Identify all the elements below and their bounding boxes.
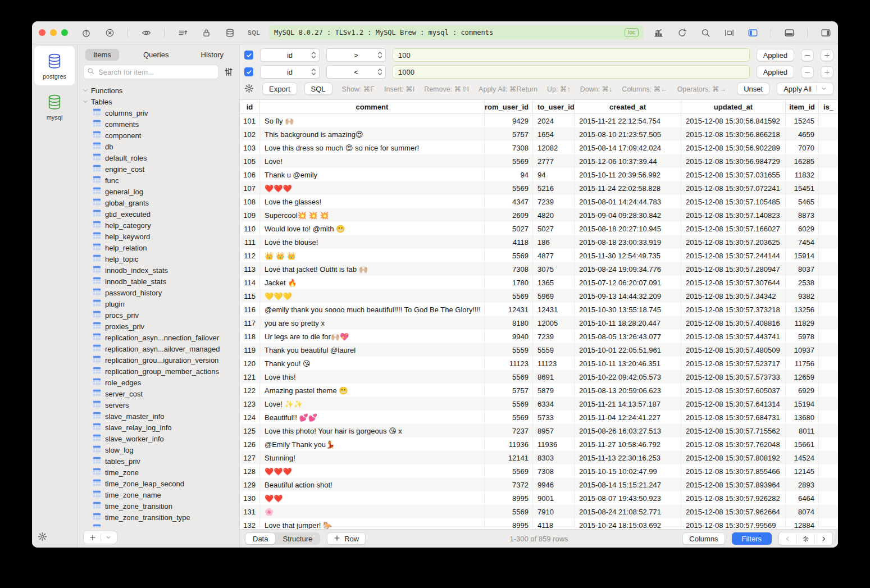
cell-is_[interactable] [819,141,838,154]
sidebar-table-plugin[interactable]: plugin [78,298,239,309]
cell-created_at[interactable]: 2015-11-21 14:13:57.187 [575,397,681,411]
panel-bottom-icon[interactable] [784,27,795,38]
panel-right-icon[interactable] [820,27,831,38]
cell-is_[interactable] [819,464,838,478]
table-row[interactable]: 102This background is amazing😍5757165420… [240,127,838,141]
close-window-button[interactable] [39,29,45,36]
cell-to_user_id[interactable]: 4877 [533,249,575,262]
cell-comment[interactable]: Thank you! 😘 [260,357,485,370]
cell-to_user_id[interactable]: 12431 [533,303,575,316]
export-button[interactable]: Export [262,83,297,95]
cell-from_user_id[interactable]: 11936 [485,437,533,451]
cell-updated_at[interactable]: 2015-12-08 15:30:57.605037 [681,384,786,397]
cell-from_user_id[interactable]: 7237 [485,424,533,437]
columns-button[interactable]: Columns [682,532,725,545]
cell-comment[interactable]: Beautiful!! 💕💕 [260,411,485,424]
cell-item_id[interactable]: 13256 [786,303,819,316]
cell-to_user_id[interactable]: 8303 [533,451,575,464]
cell-comment[interactable]: 🌸 [260,505,485,518]
table-row[interactable]: 126@Emily Thank you💃11936119362015-11-27… [240,437,838,451]
filter-value-input[interactable] [393,48,750,62]
panel-left-icon[interactable] [747,27,758,38]
add-row-button[interactable]: Row [327,532,366,545]
cell-created_at[interactable]: 2015-11-21 22:12:54.754 [575,114,681,127]
cell-from_user_id[interactable]: 7372 [485,478,533,491]
sidebar-tab-history[interactable]: History [193,49,231,61]
cell-comment[interactable]: Love the blouse! [260,235,485,249]
table-row[interactable]: 120Thank you! 😘11123111232015-10-11 13:2… [240,357,838,370]
cell-comment[interactable]: So fly 🙌🏼 [260,114,485,127]
sidebar-table-help_category[interactable]: help_category [78,220,239,231]
cell-to_user_id[interactable]: 5027 [533,222,575,235]
table-row[interactable]: 121Love this!556986912015-10-22 09:42:05… [240,370,838,384]
cell-from_user_id[interactable]: 5569 [485,411,533,424]
frame-icon[interactable] [723,27,735,38]
cell-to_user_id[interactable]: 5733 [533,411,575,424]
database-icon[interactable] [224,27,235,38]
sidebar-table-procs_priv[interactable]: procs_priv [78,309,239,321]
cell-item_id[interactable]: 7454 [786,235,819,249]
cell-comment[interactable]: Love this dress so much 😍 so nice for su… [260,141,485,154]
cell-is_[interactable] [819,222,838,235]
cell-created_at[interactable]: 2015-09-13 14:44:32.209 [575,289,681,303]
cell-item_id[interactable]: 8873 [786,208,819,222]
cell-from_user_id[interactable]: 4118 [485,235,533,249]
cell-id[interactable]: 109 [240,208,260,222]
sidebar-table-time_zone[interactable]: time_zone [78,467,239,478]
cell-created_at[interactable]: 2015-11-13 22:30:16.253 [575,451,681,464]
sidebar-table-servers[interactable]: servers [78,399,239,411]
sidebar-table-password_history[interactable]: password_history [78,287,239,298]
cell-id[interactable]: 111 [240,235,260,249]
cell-from_user_id[interactable]: 5569 [485,464,533,478]
chevron-left-icon[interactable] [779,532,796,545]
filter-value-input[interactable] [393,65,750,79]
cell-comment[interactable]: Love that jumper! 🐎 [260,518,485,529]
cell-to_user_id[interactable]: 2777 [533,154,575,168]
cell-updated_at[interactable]: 2015-12-08 15:30:57.926282 [681,491,786,505]
cell-to_user_id[interactable]: 1365 [533,276,575,289]
cell-item_id[interactable]: 4659 [786,127,819,141]
sidebar-table-replication_asyn...nnection_failover[interactable]: replication_asyn...nnection_failover [78,332,239,343]
cell-to_user_id[interactable]: 8957 [533,424,575,437]
filter-column-select[interactable]: id [260,65,320,79]
cell-item_id[interactable]: 2538 [786,276,819,289]
cell-item_id[interactable]: 13680 [786,411,819,424]
cell-created_at[interactable]: 2015-11-30 12:54:49.735 [575,249,681,262]
cell-id[interactable]: 106 [240,168,260,181]
sidebar-table-innodb_table_stats[interactable]: innodb_table_stats [78,276,239,287]
add-item-button[interactable] [83,531,117,544]
table-row[interactable]: 101So fly 🙌🏼942920242015-11-21 22:12:54.… [240,114,838,127]
cell-id[interactable]: 128 [240,464,260,478]
settings-gear-icon[interactable] [38,532,48,542]
cell-from_user_id[interactable]: 4347 [485,195,533,208]
cell-comment[interactable]: ❤️❤️❤️ [260,181,485,195]
cell-is_[interactable] [819,411,838,424]
cell-id[interactable]: 121 [240,370,260,384]
close-circle-icon[interactable] [104,27,115,38]
cell-comment[interactable]: Love! ✨✨ [260,397,485,411]
sidebar-table-replication_grou...iguration_version[interactable]: replication_grou...iguration_version [78,354,239,366]
cell-id[interactable]: 117 [240,316,260,330]
sidebar-table-slave_worker_info[interactable]: slave_worker_info [78,433,239,444]
view-tab-structure[interactable]: Structure [275,533,320,544]
sidebar-table-replication_asyn...ailover_managed[interactable]: replication_asyn...ailover_managed [78,343,239,354]
cell-from_user_id[interactable]: 5569 [485,505,533,518]
cell-id[interactable]: 124 [240,411,260,424]
cell-id[interactable]: 129 [240,478,260,491]
cell-id[interactable]: 122 [240,384,260,397]
sidebar-table-role_edges[interactable]: role_edges [78,377,239,388]
cell-comment[interactable]: Love this photo! Your hair is gorgeous 😘… [260,424,485,437]
cell-item_id[interactable]: 12659 [786,370,819,384]
cell-comment[interactable]: ❤️❤️ [260,491,485,505]
cell-from_user_id[interactable]: 7308 [485,141,533,154]
cell-comment[interactable]: Thank u @emily [260,168,485,181]
cell-created_at[interactable]: 2015-08-13 20:59:06.623 [575,384,681,397]
column-header-updated_at[interactable]: updated_at [681,100,786,113]
cell-comment[interactable]: you are so pretty x [260,316,485,330]
cell-created_at[interactable]: 2015-08-14 17:09:42.024 [575,141,681,154]
sidebar-table-replication_group_member_actions[interactable]: replication_group_member_actions [78,366,239,377]
table-row[interactable]: 103Love this dress so much 😍 so nice for… [240,141,838,154]
cell-id[interactable]: 102 [240,127,260,141]
cell-is_[interactable] [819,343,838,357]
table-row[interactable]: 115💛💛💛556959692015-09-13 14:44:32.209201… [240,289,838,303]
